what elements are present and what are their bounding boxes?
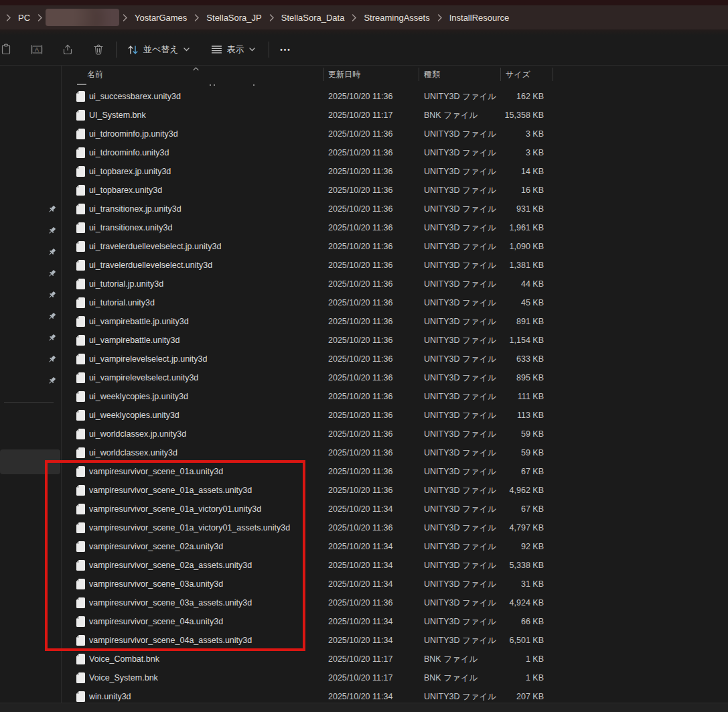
breadcrumb-item-pc[interactable]: PC (13, 9, 35, 26)
table-row[interactable]: ui_travelerduellevelselect.unity3d 2025/… (62, 256, 728, 275)
file-size: 3 KB (437, 129, 544, 139)
column-header-date[interactable]: 更新日時 (328, 66, 360, 83)
table-row[interactable]: vampiresurvivor_scene_01a_assets.unity3d… (62, 481, 728, 500)
table-row[interactable]: vampiresurvivor_scene_02a.unity3d 2025/1… (62, 537, 728, 556)
file-date: 2025/10/20 11:34 (328, 579, 392, 589)
breadcrumb-item-redacted[interactable] (46, 9, 119, 26)
file-name: ui_topbarex.jp.unity3d (89, 167, 171, 176)
file-rows: ui_successbarex.unity3d 2025/10/20 11:36… (62, 87, 728, 706)
breadcrumb-item-stellasora_jp[interactable]: StellaSora_JP (201, 9, 267, 26)
chevron-right-icon[interactable] (192, 14, 201, 21)
table-row[interactable]: vampiresurvivor_scene_04a.unity3d 2025/1… (62, 612, 728, 631)
table-row[interactable]: ui_transitionex.jp.unity3d 2025/10/20 11… (62, 200, 728, 218)
table-row[interactable]: ui_tutorial.unity3d 2025/10/20 11:36 UNI… (62, 293, 728, 312)
table-row[interactable]: ui_tdroominfo.jp.unity3d 2025/10/20 11:3… (62, 125, 728, 143)
pin-icon[interactable] (48, 269, 57, 278)
file-icon (76, 485, 85, 496)
file-size: 5,338 KB (437, 561, 544, 570)
file-size: 44 KB (437, 279, 544, 289)
column-header-type[interactable]: 種類 (424, 66, 440, 83)
table-row[interactable]: Voice_System.bnk 2025/10/20 11:17 BNK ファ… (62, 668, 728, 687)
pin-icon[interactable] (48, 204, 57, 214)
table-row[interactable]: ui_vampirebattle.unity3d 2025/10/20 11:3… (62, 331, 728, 350)
file-icon (76, 316, 85, 327)
file-icon (76, 635, 85, 646)
delete-button[interactable] (86, 38, 111, 61)
view-icon (211, 45, 222, 54)
chevron-right-icon[interactable] (121, 14, 129, 21)
rename-button[interactable]: A (24, 38, 50, 61)
file-icon (76, 672, 85, 683)
file-size: 1,154 KB (437, 336, 544, 345)
table-row[interactable]: vampiresurvivor_scene_03a.unity3d 2025/1… (62, 575, 728, 593)
file-date: 2025/10/20 11:17 (328, 673, 392, 683)
breadcrumb-item-stellasora_data[interactable]: StellaSora_Data (276, 9, 350, 26)
table-row[interactable]: vampiresurvivor_scene_03a_assets.unity3d… (62, 593, 728, 612)
file-size: 931 KB (437, 204, 544, 214)
table-row[interactable]: vampiresurvivor_scene_01a.unity3d 2025/1… (62, 462, 728, 481)
chevron-right-icon[interactable] (35, 14, 44, 21)
breadcrumb-item-streamingassets[interactable]: StreamingAssets (358, 9, 435, 26)
table-row[interactable]: vampiresurvivor_scene_04a_assets.unity3d… (62, 631, 728, 650)
table-row[interactable]: ui_travelerduellevelselect.jp.unity3d 20… (62, 237, 728, 256)
table-row[interactable]: ui_vampirelevelselect.unity3d 2025/10/20… (62, 368, 728, 387)
table-row[interactable]: ui_transitionex.unity3d 2025/10/20 11:36… (62, 218, 728, 237)
table-row[interactable]: Voice_Combat.bnk 2025/10/20 11:17 BNK ファ… (62, 650, 728, 668)
table-row[interactable]: ui_topbarex.jp.unity3d 2025/10/20 11:36 … (62, 162, 728, 181)
pin-icon[interactable] (48, 226, 57, 235)
breadcrumb-item-installresource[interactable]: InstallResource (444, 9, 515, 26)
column-separator[interactable] (553, 68, 553, 81)
file-date: 2025/10/20 11:17 (328, 654, 392, 664)
file-date: 2025/10/20 11:36 (328, 261, 392, 270)
pin-icon[interactable] (48, 247, 57, 257)
pin-icon[interactable] (48, 311, 57, 321)
share-button[interactable] (55, 38, 80, 61)
column-separator[interactable] (419, 68, 419, 81)
table-row[interactable]: UI_System.bnk 2025/10/20 11:17 BNK ファイル … (62, 106, 728, 125)
chevron-down-icon (249, 48, 255, 52)
chevron-right-icon[interactable] (435, 14, 444, 21)
file-icon (76, 91, 85, 102)
file-icon (76, 354, 85, 364)
chevron-right-icon[interactable] (350, 14, 358, 21)
chevron-right-icon[interactable] (4, 14, 13, 21)
column-header-name[interactable]: 名前 (87, 66, 103, 83)
table-row[interactable]: ui_weeklycopies.unity3d 2025/10/20 11:36… (62, 406, 728, 425)
column-separator[interactable] (323, 68, 324, 81)
file-size: 1 KB (437, 673, 544, 683)
table-row[interactable]: ui_worldclassex.unity3d 2025/10/20 11:36… (62, 443, 728, 462)
table-row[interactable]: ui_tutorial.jp.unity3d 2025/10/20 11:36 … (62, 275, 728, 293)
sort-button[interactable]: 並べ替え (121, 38, 196, 61)
table-row[interactable]: vampiresurvivor_scene_02a_assets.unity3d… (62, 556, 728, 575)
table-row[interactable]: ui_vampirebattle.jp.unity3d 2025/10/20 1… (62, 312, 728, 331)
breadcrumb-item-yostargames[interactable]: YostarGames (129, 9, 192, 26)
table-row[interactable]: vampiresurvivor_scene_01a_victory01.unit… (62, 500, 728, 518)
more-options-button[interactable]: ••• (273, 38, 299, 61)
file-date: 2025/10/20 11:36 (328, 204, 392, 214)
chevron-right-icon[interactable] (267, 14, 276, 21)
file-name: ui_worldclassex.unity3d (89, 448, 177, 457)
file-name: win.unity3d (89, 692, 131, 701)
window-top-strip (0, 0, 728, 5)
file-date: 2025/10/20 11:36 (328, 129, 392, 139)
table-row[interactable]: ui_tdroominfo.unity3d 2025/10/20 11:36 U… (62, 143, 728, 162)
column-separator[interactable] (500, 68, 501, 81)
file-size: 162 KB (437, 92, 544, 101)
table-row[interactable]: ui_successbarex.unity3d 2025/10/20 11:36… (62, 87, 728, 106)
table-row[interactable]: ui_worldclassex.jp.unity3d 2025/10/20 11… (62, 425, 728, 443)
file-size: 16 KB (437, 186, 544, 195)
table-row[interactable]: vampiresurvivor_scene_01a_victory01_asse… (62, 518, 728, 537)
column-header-size[interactable]: サイズ (506, 66, 530, 83)
pin-icon[interactable] (48, 290, 57, 299)
pin-icon[interactable] (48, 376, 57, 385)
sidebar-item-selected[interactable] (0, 449, 60, 474)
table-row[interactable]: ui_topbarex.unity3d 2025/10/20 11:36 UNI… (62, 181, 728, 200)
view-button[interactable]: 表示 (204, 38, 262, 61)
paste-button[interactable] (0, 38, 19, 61)
table-row[interactable]: ui_weeklycopies.jp.unity3d 2025/10/20 11… (62, 387, 728, 406)
pin-icon[interactable] (48, 354, 57, 364)
file-name: vampiresurvivor_scene_02a.unity3d (89, 542, 223, 551)
table-row[interactable]: ui_vampirelevelselect.jp.unity3d 2025/10… (62, 350, 728, 368)
file-size: 111 KB (437, 392, 544, 401)
pin-icon[interactable] (48, 333, 57, 342)
